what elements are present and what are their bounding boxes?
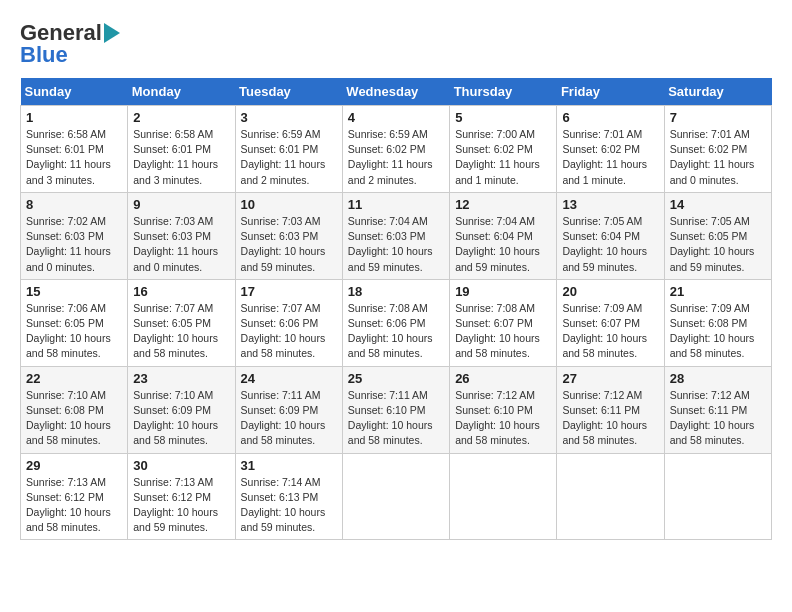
day-number: 18	[348, 284, 444, 299]
day-info: Sunrise: 7:13 AMSunset: 6:12 PMDaylight:…	[26, 475, 122, 536]
calendar-cell: 8 Sunrise: 7:02 AMSunset: 6:03 PMDayligh…	[21, 192, 128, 279]
day-info: Sunrise: 6:59 AMSunset: 6:01 PMDaylight:…	[241, 127, 337, 188]
header: General Blue	[20, 20, 772, 68]
calendar-cell	[450, 453, 557, 540]
day-number: 7	[670, 110, 766, 125]
day-info: Sunrise: 7:13 AMSunset: 6:12 PMDaylight:…	[133, 475, 229, 536]
calendar-cell: 14 Sunrise: 7:05 AMSunset: 6:05 PMDaylig…	[664, 192, 771, 279]
calendar-cell: 6 Sunrise: 7:01 AMSunset: 6:02 PMDayligh…	[557, 106, 664, 193]
calendar-cell: 4 Sunrise: 6:59 AMSunset: 6:02 PMDayligh…	[342, 106, 449, 193]
logo-arrow-icon	[104, 23, 120, 43]
week-row-3: 15 Sunrise: 7:06 AMSunset: 6:05 PMDaylig…	[21, 279, 772, 366]
calendar-cell: 13 Sunrise: 7:05 AMSunset: 6:04 PMDaylig…	[557, 192, 664, 279]
day-number: 9	[133, 197, 229, 212]
day-number: 14	[670, 197, 766, 212]
week-row-2: 8 Sunrise: 7:02 AMSunset: 6:03 PMDayligh…	[21, 192, 772, 279]
calendar-cell: 26 Sunrise: 7:12 AMSunset: 6:10 PMDaylig…	[450, 366, 557, 453]
day-info: Sunrise: 7:11 AMSunset: 6:09 PMDaylight:…	[241, 388, 337, 449]
calendar-cell: 21 Sunrise: 7:09 AMSunset: 6:08 PMDaylig…	[664, 279, 771, 366]
day-info: Sunrise: 7:01 AMSunset: 6:02 PMDaylight:…	[562, 127, 658, 188]
day-info: Sunrise: 7:03 AMSunset: 6:03 PMDaylight:…	[241, 214, 337, 275]
day-info: Sunrise: 7:01 AMSunset: 6:02 PMDaylight:…	[670, 127, 766, 188]
calendar-cell	[664, 453, 771, 540]
calendar-cell: 28 Sunrise: 7:12 AMSunset: 6:11 PMDaylig…	[664, 366, 771, 453]
day-info: Sunrise: 7:08 AMSunset: 6:07 PMDaylight:…	[455, 301, 551, 362]
day-number: 11	[348, 197, 444, 212]
day-info: Sunrise: 6:58 AMSunset: 6:01 PMDaylight:…	[133, 127, 229, 188]
calendar-cell: 3 Sunrise: 6:59 AMSunset: 6:01 PMDayligh…	[235, 106, 342, 193]
day-number: 2	[133, 110, 229, 125]
day-number: 10	[241, 197, 337, 212]
weekday-header-sunday: Sunday	[21, 78, 128, 106]
logo: General Blue	[20, 20, 120, 68]
calendar-cell: 24 Sunrise: 7:11 AMSunset: 6:09 PMDaylig…	[235, 366, 342, 453]
weekday-header-wednesday: Wednesday	[342, 78, 449, 106]
calendar-cell: 17 Sunrise: 7:07 AMSunset: 6:06 PMDaylig…	[235, 279, 342, 366]
day-number: 30	[133, 458, 229, 473]
calendar-cell: 20 Sunrise: 7:09 AMSunset: 6:07 PMDaylig…	[557, 279, 664, 366]
calendar-cell: 9 Sunrise: 7:03 AMSunset: 6:03 PMDayligh…	[128, 192, 235, 279]
calendar-cell: 18 Sunrise: 7:08 AMSunset: 6:06 PMDaylig…	[342, 279, 449, 366]
weekday-header-friday: Friday	[557, 78, 664, 106]
day-number: 4	[348, 110, 444, 125]
day-number: 20	[562, 284, 658, 299]
day-number: 17	[241, 284, 337, 299]
day-number: 21	[670, 284, 766, 299]
day-info: Sunrise: 7:00 AMSunset: 6:02 PMDaylight:…	[455, 127, 551, 188]
day-number: 26	[455, 371, 551, 386]
calendar-cell: 11 Sunrise: 7:04 AMSunset: 6:03 PMDaylig…	[342, 192, 449, 279]
day-info: Sunrise: 7:10 AMSunset: 6:08 PMDaylight:…	[26, 388, 122, 449]
day-number: 19	[455, 284, 551, 299]
day-info: Sunrise: 7:14 AMSunset: 6:13 PMDaylight:…	[241, 475, 337, 536]
day-number: 16	[133, 284, 229, 299]
day-info: Sunrise: 7:06 AMSunset: 6:05 PMDaylight:…	[26, 301, 122, 362]
calendar-cell: 27 Sunrise: 7:12 AMSunset: 6:11 PMDaylig…	[557, 366, 664, 453]
calendar-cell: 23 Sunrise: 7:10 AMSunset: 6:09 PMDaylig…	[128, 366, 235, 453]
day-info: Sunrise: 6:59 AMSunset: 6:02 PMDaylight:…	[348, 127, 444, 188]
day-info: Sunrise: 7:04 AMSunset: 6:03 PMDaylight:…	[348, 214, 444, 275]
day-number: 25	[348, 371, 444, 386]
day-info: Sunrise: 7:10 AMSunset: 6:09 PMDaylight:…	[133, 388, 229, 449]
weekday-header-tuesday: Tuesday	[235, 78, 342, 106]
calendar-cell: 31 Sunrise: 7:14 AMSunset: 6:13 PMDaylig…	[235, 453, 342, 540]
day-info: Sunrise: 7:02 AMSunset: 6:03 PMDaylight:…	[26, 214, 122, 275]
day-number: 29	[26, 458, 122, 473]
weekday-header-saturday: Saturday	[664, 78, 771, 106]
day-info: Sunrise: 7:08 AMSunset: 6:06 PMDaylight:…	[348, 301, 444, 362]
day-info: Sunrise: 7:09 AMSunset: 6:08 PMDaylight:…	[670, 301, 766, 362]
calendar-cell: 7 Sunrise: 7:01 AMSunset: 6:02 PMDayligh…	[664, 106, 771, 193]
calendar-cell: 29 Sunrise: 7:13 AMSunset: 6:12 PMDaylig…	[21, 453, 128, 540]
day-number: 3	[241, 110, 337, 125]
week-row-4: 22 Sunrise: 7:10 AMSunset: 6:08 PMDaylig…	[21, 366, 772, 453]
calendar-cell: 1 Sunrise: 6:58 AMSunset: 6:01 PMDayligh…	[21, 106, 128, 193]
calendar-cell: 15 Sunrise: 7:06 AMSunset: 6:05 PMDaylig…	[21, 279, 128, 366]
day-number: 13	[562, 197, 658, 212]
weekday-header-thursday: Thursday	[450, 78, 557, 106]
day-info: Sunrise: 7:05 AMSunset: 6:05 PMDaylight:…	[670, 214, 766, 275]
calendar-cell: 12 Sunrise: 7:04 AMSunset: 6:04 PMDaylig…	[450, 192, 557, 279]
day-number: 22	[26, 371, 122, 386]
calendar-cell	[342, 453, 449, 540]
day-info: Sunrise: 7:11 AMSunset: 6:10 PMDaylight:…	[348, 388, 444, 449]
calendar-cell: 30 Sunrise: 7:13 AMSunset: 6:12 PMDaylig…	[128, 453, 235, 540]
day-number: 27	[562, 371, 658, 386]
calendar-cell: 25 Sunrise: 7:11 AMSunset: 6:10 PMDaylig…	[342, 366, 449, 453]
calendar-table: SundayMondayTuesdayWednesdayThursdayFrid…	[20, 78, 772, 540]
day-info: Sunrise: 6:58 AMSunset: 6:01 PMDaylight:…	[26, 127, 122, 188]
day-info: Sunrise: 7:12 AMSunset: 6:11 PMDaylight:…	[670, 388, 766, 449]
day-number: 28	[670, 371, 766, 386]
calendar-cell: 5 Sunrise: 7:00 AMSunset: 6:02 PMDayligh…	[450, 106, 557, 193]
day-info: Sunrise: 7:04 AMSunset: 6:04 PMDaylight:…	[455, 214, 551, 275]
day-info: Sunrise: 7:12 AMSunset: 6:11 PMDaylight:…	[562, 388, 658, 449]
day-number: 15	[26, 284, 122, 299]
day-info: Sunrise: 7:09 AMSunset: 6:07 PMDaylight:…	[562, 301, 658, 362]
day-number: 1	[26, 110, 122, 125]
calendar-cell: 16 Sunrise: 7:07 AMSunset: 6:05 PMDaylig…	[128, 279, 235, 366]
calendar-cell	[557, 453, 664, 540]
day-number: 31	[241, 458, 337, 473]
calendar-cell: 10 Sunrise: 7:03 AMSunset: 6:03 PMDaylig…	[235, 192, 342, 279]
calendar-cell: 2 Sunrise: 6:58 AMSunset: 6:01 PMDayligh…	[128, 106, 235, 193]
weekday-header-monday: Monday	[128, 78, 235, 106]
day-number: 5	[455, 110, 551, 125]
day-number: 23	[133, 371, 229, 386]
